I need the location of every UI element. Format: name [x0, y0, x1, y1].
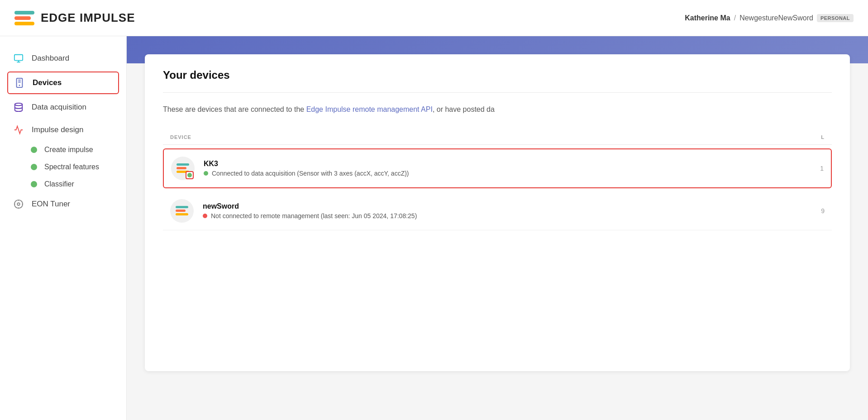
page-title: Your devices [163, 69, 832, 81]
svg-rect-0 [14, 55, 23, 61]
monitor-icon [13, 53, 24, 63]
svg-point-8 [15, 103, 23, 106]
sidebar-sub-items: Create impulse Spectral features Classif… [0, 141, 126, 193]
device-icon [14, 78, 25, 88]
description-prefix: These are devices that are connected to … [163, 105, 306, 113]
device-name-kk3: KK3 [204, 160, 769, 168]
device-logo-bar1-ns [176, 206, 188, 208]
status-inner-dot-kk3 [187, 173, 192, 177]
logo-area: EDGE IMPULSE [14, 11, 135, 25]
status-bullet-kk3 [204, 171, 208, 176]
device-logo-bar2-ns [176, 210, 186, 212]
compass-icon [13, 199, 24, 209]
logo-text: EDGE IMPULSE [41, 11, 135, 25]
device-logo-bar1 [176, 163, 189, 166]
dot-icon-spectral-features [31, 164, 37, 170]
device-status-text-kk3: Connected to data acquisition (Sensor wi… [212, 170, 409, 177]
content-card: Your devices These are devices that are … [145, 54, 850, 371]
logo-bar-3 [14, 22, 34, 25]
col-header-last: L [770, 134, 825, 140]
device-info-kk3: KK3 Connected to data acquisition (Senso… [204, 160, 769, 177]
sidebar-item-create-impulse[interactable]: Create impulse [31, 141, 126, 158]
sidebar-item-spectral-features[interactable]: Spectral features [31, 158, 126, 176]
sidebar-item-devices[interactable]: Devices [7, 72, 119, 94]
sidebar-label-devices: Devices [33, 78, 62, 87]
sidebar-label-impulse-design: Impulse design [32, 125, 83, 134]
header-username: Katherine Ma [685, 14, 730, 22]
sidebar-label-data-acquisition: Data acquisition [32, 103, 86, 112]
database-icon [13, 102, 24, 112]
device-info-newsword: newSword Not connected to remote managem… [203, 202, 770, 220]
col-header-device: DEVICE [170, 134, 770, 140]
header-separator: / [734, 14, 736, 22]
sidebar-label-create-impulse: Create impulse [44, 146, 93, 154]
top-header: EDGE IMPULSE Katherine Ma / NewgestureNe… [0, 0, 868, 36]
table-header: DEVICE L [163, 130, 832, 145]
description-link[interactable]: Edge Impulse remote management API [306, 105, 433, 113]
logo-icon [14, 11, 34, 25]
sidebar-label-eon-tuner: EON Tuner [32, 200, 70, 209]
svg-point-9 [14, 200, 23, 208]
device-status-kk3: Connected to data acquisition (Sensor wi… [204, 170, 769, 177]
logo-bar-1 [14, 11, 34, 14]
device-logo-bar3-ns [176, 213, 188, 215]
sidebar-label-dashboard: Dashboard [32, 54, 69, 63]
main-layout: Dashboard Devices Data acquisition [0, 36, 868, 420]
dot-icon-create-impulse [31, 147, 37, 153]
svg-point-7 [19, 85, 20, 86]
device-logo-bar2 [176, 167, 186, 169]
sidebar-label-classifier: Classifier [44, 180, 74, 188]
svg-point-10 [17, 203, 20, 205]
content-area: Your devices These are devices that are … [127, 36, 868, 420]
devices-table: DEVICE L [163, 130, 832, 230]
sidebar-item-dashboard[interactable]: Dashboard [0, 47, 126, 70]
device-last-kk3: 1 [769, 165, 824, 172]
device-last-newsword: 9 [770, 207, 825, 215]
header-user: Katherine Ma / NewgestureNewSword PERSON… [685, 14, 854, 22]
title-divider [163, 92, 832, 93]
sidebar-label-spectral-features: Spectral features [44, 163, 99, 171]
device-name-newsword: newSword [203, 202, 770, 210]
sidebar: Dashboard Devices Data acquisition [0, 36, 127, 420]
description-text: These are devices that are connected to … [163, 104, 832, 115]
header-badge: PERSONAL [817, 14, 854, 22]
device-status-newsword: Not connected to remote management (last… [203, 212, 770, 220]
status-dot-outer-kk3 [186, 171, 194, 179]
sidebar-item-impulse-design[interactable]: Impulse design [0, 119, 126, 141]
device-icon-wrap-newsword [170, 199, 194, 223]
status-bullet-newsword [203, 214, 207, 218]
sidebar-item-classifier[interactable]: Classifier [31, 176, 126, 193]
logo-bar-2 [14, 16, 31, 20]
sidebar-item-data-acquisition[interactable]: Data acquisition [0, 96, 126, 119]
device-status-text-newsword: Not connected to remote management (last… [211, 212, 417, 220]
description-suffix: , or have posted da [433, 105, 495, 113]
sidebar-item-eon-tuner[interactable]: EON Tuner [0, 193, 126, 215]
dot-icon-classifier [31, 181, 37, 187]
device-row-kk3[interactable]: KK3 Connected to data acquisition (Senso… [163, 148, 832, 188]
device-logo-newsword [176, 206, 188, 215]
device-icon-wrap-kk3 [171, 157, 195, 180]
pulse-icon [13, 125, 24, 135]
header-project: NewgestureNewSword [739, 14, 813, 22]
device-row-newsword[interactable]: newSword Not connected to remote managem… [163, 192, 832, 230]
